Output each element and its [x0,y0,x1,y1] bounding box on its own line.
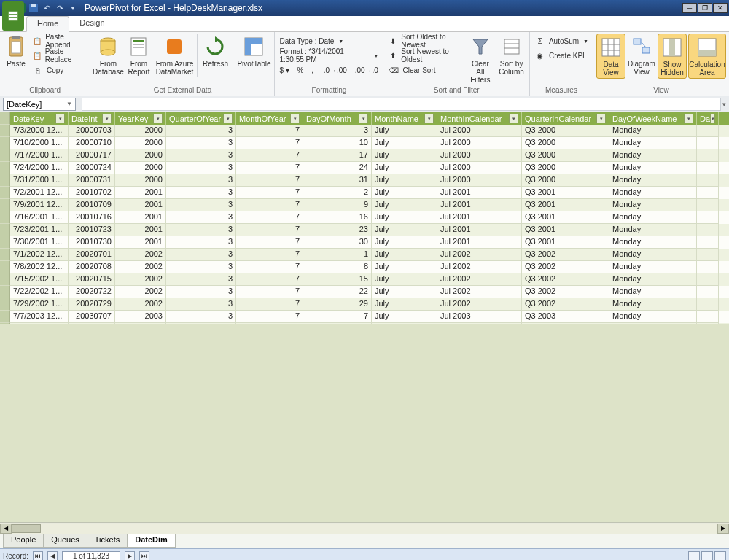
scroll-thumb[interactable] [12,524,41,533]
cell[interactable]: 3 [166,236,236,249]
cell[interactable]: Jul 2000 [437,174,522,187]
cell[interactable]: Q3 2000 [522,149,609,162]
cell[interactable] [697,211,719,224]
row-handle[interactable] [0,249,10,261]
cell[interactable]: Jul 2002 [437,286,522,298]
sheet-tab-people[interactable]: People [3,534,44,548]
column-header-dayofweekname[interactable]: DayOfWeekName▾ [609,112,697,125]
cell[interactable]: 7/10/2000 1... [10,137,69,149]
row-handle[interactable] [0,174,10,187]
cell[interactable]: 20020708 [69,261,115,273]
maximize-button[interactable]: ❐ [698,3,712,13]
cell[interactable]: 23 [303,224,372,236]
cell[interactable]: Monday [609,286,697,298]
cell[interactable]: 7/23/2001 1... [10,224,69,236]
cell[interactable]: 3 [166,211,236,224]
cell[interactable]: 20020729 [69,298,115,311]
minimize-button[interactable]: ─ [682,3,697,13]
cell[interactable]: Monday [609,137,697,149]
cell[interactable]: 7/9/2001 12... [10,199,69,211]
cell[interactable]: 7 [236,211,303,224]
table-row[interactable]: 7/7/2003 12...200307072003377JulyJul 200… [0,311,729,323]
cell[interactable] [697,137,719,149]
cell[interactable]: 3 [166,286,236,298]
view-mode-3-button[interactable] [714,551,726,561]
table-row[interactable]: 7/3/2000 12...200007032000373JulyJul 200… [0,125,729,137]
cell[interactable]: Monday [609,311,697,323]
cell[interactable]: Q3 2001 [522,211,609,224]
cell[interactable]: 7 [236,298,303,311]
cell[interactable]: Jul 2000 [437,149,522,162]
sort-newest-button[interactable]: ⬆Sort Newest to Oldest [386,48,464,63]
table-row[interactable]: 7/23/2001 1...2001072320013723JulyJul 20… [0,224,729,236]
horizontal-scrollbar[interactable]: ◀ ▶ [0,522,729,534]
formula-input[interactable] [82,98,721,111]
scroll-left-button[interactable]: ◀ [0,524,12,534]
cell[interactable] [697,286,719,298]
cell[interactable] [697,273,719,286]
filter-dropdown-icon[interactable]: ▾ [102,114,112,123]
column-header-da[interactable]: Da▾ [697,112,719,125]
cell[interactable]: Q3 2002 [522,273,609,286]
cell[interactable]: Q3 2002 [522,261,609,273]
paste-replace-button[interactable]: 📋Paste Replace [31,48,87,63]
sort-oldest-button[interactable]: ⬇Sort Oldest to Newest [386,34,464,48]
cell[interactable]: 3 [166,273,236,286]
column-header-datekey[interactable]: DateKey▾ [10,112,69,125]
cell[interactable]: 20000710 [69,137,115,149]
cell[interactable] [697,249,719,261]
cell[interactable] [697,187,719,199]
cell[interactable]: July [372,174,437,187]
cell[interactable]: July [372,162,437,174]
tab-home[interactable]: Home [26,16,69,32]
comma-button[interactable]: , [311,66,313,74]
cell[interactable]: July [372,224,437,236]
cell[interactable]: July [372,199,437,211]
column-namebox[interactable]: [DateKey]▼ [3,98,76,111]
table-row[interactable]: 7/16/2001 1...2001071620013716JulyJul 20… [0,211,729,224]
formula-expand-icon[interactable]: ▾ [722,101,726,108]
cell[interactable]: 29 [303,298,372,311]
record-first-button[interactable]: ⏮ [33,551,43,561]
cell[interactable]: 7/7/2003 12... [10,311,69,323]
cell[interactable]: July [372,187,437,199]
cell[interactable]: 2 [303,187,372,199]
cell[interactable]: 3 [166,137,236,149]
cell[interactable]: July [372,137,437,149]
cell[interactable]: 7 [236,224,303,236]
autosum-button[interactable]: ΣAutoSum▼ [533,34,590,48]
table-row[interactable]: 7/8/2002 12...200207082002378JulyJul 200… [0,261,729,273]
cell[interactable]: 30 [303,236,372,249]
cell[interactable]: 2000 [115,125,166,137]
cell[interactable]: 7/16/2001 1... [10,211,69,224]
cell[interactable]: 2003 [115,311,166,323]
paste-append-button[interactable]: 📋Paste Append [31,34,87,48]
cell[interactable]: 7 [236,236,303,249]
table-row[interactable]: 7/30/2001 1...2001073020013730JulyJul 20… [0,236,729,249]
show-hidden-button[interactable]: Show Hidden [658,34,687,79]
row-handle[interactable] [0,137,10,149]
cell[interactable]: Q3 2001 [522,199,609,211]
cell[interactable]: Jul 2002 [437,298,522,311]
cell[interactable]: 20020701 [69,249,115,261]
decrease-decimal-button[interactable]: .00→.0 [355,66,378,74]
cell[interactable]: Jul 2001 [437,224,522,236]
cell[interactable]: Q3 2001 [522,224,609,236]
column-header-dayofmonth[interactable]: DayOfMonth▾ [303,112,372,125]
cell[interactable]: 7 [236,286,303,298]
table-row[interactable]: 7/24/2000 1...2000072420003724JulyJul 20… [0,162,729,174]
cell[interactable]: 2002 [115,273,166,286]
filter-dropdown-icon[interactable]: ▾ [424,114,434,123]
copy-button[interactable]: ⎘Copy [31,63,87,77]
grid-body[interactable]: 7/3/2000 12...200007032000373JulyJul 200… [0,125,729,324]
cell[interactable]: Q3 2000 [522,162,609,174]
scroll-track[interactable] [12,524,717,534]
cell[interactable]: Monday [609,224,697,236]
cell[interactable]: July [372,311,437,323]
cell[interactable]: 3 [166,261,236,273]
filter-dropdown-icon[interactable]: ▾ [684,114,693,123]
cell[interactable]: 7/1/2002 12... [10,249,69,261]
column-header-monthincalendar[interactable]: MonthInCalendar▾ [437,112,522,125]
filter-dropdown-icon[interactable]: ▾ [509,114,518,123]
cell[interactable]: 2000 [115,149,166,162]
